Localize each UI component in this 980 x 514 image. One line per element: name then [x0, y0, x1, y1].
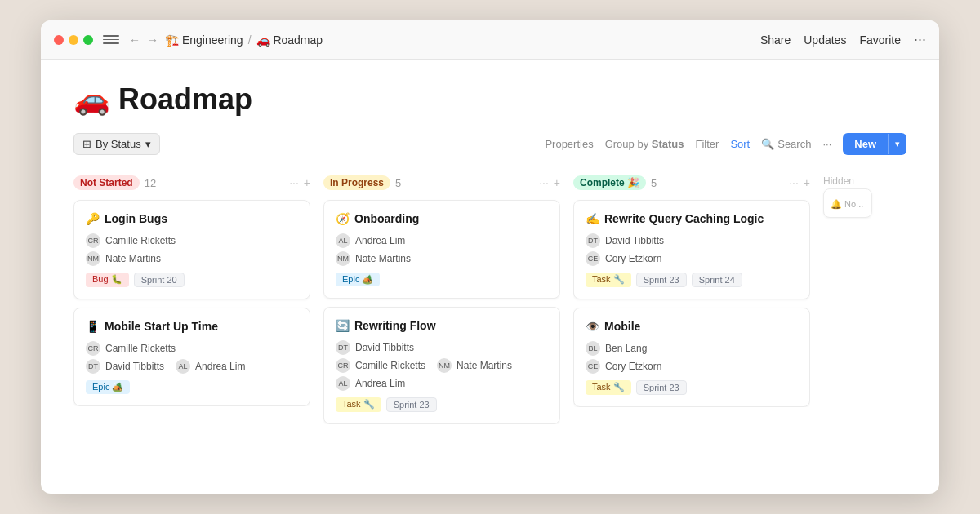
updates-button[interactable]: Updates: [804, 33, 846, 47]
tag-epic[interactable]: Epic 🏕️: [336, 273, 380, 286]
avatar: AL: [176, 359, 190, 374]
col-more-complete[interactable]: ···: [789, 176, 799, 189]
tag-sprint[interactable]: Sprint 23: [636, 273, 687, 287]
assignee-row: CR Camille Ricketts NM Nate Martins: [336, 358, 548, 373]
card-emoji: 🔄: [336, 319, 350, 332]
card-title: 🔄 Rewriting Flow: [336, 319, 548, 332]
tag-bug[interactable]: Bug 🐛: [86, 273, 129, 287]
tag-sprint[interactable]: Sprint 23: [386, 397, 437, 412]
tag-sprint[interactable]: Sprint 23: [636, 380, 687, 395]
tag-task[interactable]: Task 🔧: [586, 273, 631, 287]
card-login-bugs[interactable]: 🔑 Login Bugs CR Camille Ricketts NM Nate…: [74, 200, 310, 299]
tag-sprint[interactable]: Sprint 20: [134, 273, 185, 287]
tag-task[interactable]: Task 🔧: [336, 397, 381, 412]
new-button-chevron: ▾: [888, 134, 906, 154]
col-more-in-progress[interactable]: ···: [539, 176, 549, 189]
breadcrumb-page[interactable]: 🚗 Roadmap: [256, 33, 323, 47]
assignee-name: Ben Lang: [605, 343, 647, 354]
assignee-name: Camille Ricketts: [105, 235, 176, 246]
col-header-complete: Complete 🎉 5 ··· +: [573, 175, 810, 190]
new-button[interactable]: New ▾: [843, 133, 906, 155]
chevron-down-icon: ▾: [145, 138, 151, 150]
avatar: CR: [86, 341, 100, 356]
search-group: 🔍 Search: [761, 138, 811, 150]
tags-row: Task 🔧 Sprint 23 Sprint 24: [586, 273, 798, 287]
hidden-card-label: 🔔 No...: [831, 199, 863, 209]
assignee-row: CR Camille Ricketts: [86, 233, 298, 248]
hidden-card[interactable]: 🔔 No...: [823, 188, 872, 218]
search-button[interactable]: Search: [777, 138, 811, 150]
tags-row: Epic 🏕️: [336, 273, 548, 286]
tag-sprint[interactable]: Sprint 24: [692, 273, 742, 287]
favorite-button[interactable]: Favorite: [859, 33, 901, 47]
app-window: ← → 🏗️ Engineering / 🚗 Roadmap Share Upd…: [41, 20, 939, 494]
view-label: By Status: [96, 138, 141, 150]
card-title-text: Login Bugs: [105, 212, 167, 225]
col-badge-complete: Complete 🎉: [573, 175, 646, 190]
toolbar: ⊞ By Status ▾ Properties Group by Status…: [41, 126, 939, 162]
assignee-name: David Tibbitts: [105, 361, 164, 372]
avatar: CR: [336, 358, 350, 373]
col-more-not-started[interactable]: ···: [289, 176, 299, 189]
tag-task[interactable]: Task 🔧: [586, 380, 631, 395]
new-button-label: New: [843, 133, 888, 155]
avatar: NM: [336, 251, 350, 266]
assignee-name: David Tibbitts: [355, 342, 414, 353]
assignee-name: Andrea Lim: [195, 361, 245, 372]
col-add-in-progress[interactable]: +: [554, 176, 560, 189]
share-button[interactable]: Share: [760, 33, 791, 47]
toolbar-left: ⊞ By Status ▾: [74, 133, 160, 155]
toolbar-right: Properties Group by Status Filter Sort 🔍…: [545, 133, 906, 155]
assignee-name: Cory Etzkorn: [605, 361, 662, 372]
card-onboarding[interactable]: 🧭 Onboarding AL Andrea Lim NM Nate Marti…: [323, 200, 560, 299]
sort-button[interactable]: Sort: [730, 138, 750, 150]
group-by-button[interactable]: Group by Status: [605, 138, 684, 150]
assignee-name: Cory Etzkorn: [605, 253, 662, 264]
assignee-name: Nate Martins: [355, 253, 411, 264]
col-add-complete[interactable]: +: [804, 176, 810, 189]
more-toolbar-button[interactable]: ···: [822, 138, 831, 150]
card-emoji: 📱: [86, 320, 100, 333]
more-options-button[interactable]: ···: [914, 31, 926, 48]
assignee-row: AL Andrea Lim: [336, 233, 548, 248]
close-button[interactable]: [54, 35, 64, 45]
tag-epic[interactable]: Epic 🏕️: [86, 380, 130, 394]
col-add-not-started[interactable]: +: [304, 176, 310, 189]
properties-button[interactable]: Properties: [545, 138, 593, 150]
card-mobile[interactable]: 👁️ Mobile BL Ben Lang CE Cory Etzkorn Ta…: [573, 308, 810, 407]
assignee-row: NM Nate Martins: [86, 251, 298, 266]
maximize-button[interactable]: [83, 35, 93, 45]
filter-button[interactable]: Filter: [695, 138, 719, 150]
avatar: CE: [586, 359, 600, 374]
col-header-hidden: Hidden: [823, 175, 854, 187]
col-count-complete: 5: [651, 177, 657, 189]
breadcrumb: 🏗️ Engineering / 🚗 Roadmap: [165, 33, 323, 47]
avatar: DT: [86, 359, 100, 374]
avatar: DT: [336, 340, 350, 355]
avatar: NM: [437, 358, 452, 373]
card-rewrite-query[interactable]: ✍️ Rewrite Query Caching Logic DT David …: [573, 200, 810, 299]
view-by-status-button[interactable]: ⊞ By Status ▾: [74, 133, 160, 155]
breadcrumb-separator: /: [248, 33, 252, 47]
avatar: AL: [336, 376, 350, 391]
search-icon: 🔍: [761, 138, 774, 150]
assignee-row: DT David Tibbitts: [336, 340, 548, 355]
assignee-row: CE Cory Etzkorn: [586, 251, 798, 266]
breadcrumb-workspace[interactable]: 🏗️ Engineering: [165, 33, 243, 47]
card-emoji: ✍️: [586, 212, 599, 225]
hidden-label: Hidden: [823, 175, 854, 187]
card-mobile-startup[interactable]: 📱 Mobile Start Up Time CR Camille Ricket…: [74, 308, 310, 406]
tags-row: Epic 🏕️: [86, 380, 298, 394]
forward-button[interactable]: →: [144, 32, 162, 48]
column-complete: Complete 🎉 5 ··· + ✍️ Rewrite Query Cach…: [573, 175, 810, 407]
back-button[interactable]: ←: [126, 32, 144, 48]
card-emoji: 👁️: [586, 320, 599, 333]
col-count-not-started: 12: [145, 177, 156, 189]
menu-icon[interactable]: [103, 32, 119, 48]
minimize-button[interactable]: [69, 35, 78, 45]
card-rewriting-flow[interactable]: 🔄 Rewriting Flow DT David Tibbitts CR Ca…: [323, 307, 560, 424]
column-not-started: Not Started 12 ··· + 🔑 Login Bugs CR Cam…: [74, 175, 310, 406]
main-content: 🚗 Roadmap ⊞ By Status ▾ Properties Group…: [41, 60, 939, 494]
page-title-text: Roadmap: [118, 82, 252, 117]
assignee-row: CE Cory Etzkorn: [586, 359, 798, 374]
